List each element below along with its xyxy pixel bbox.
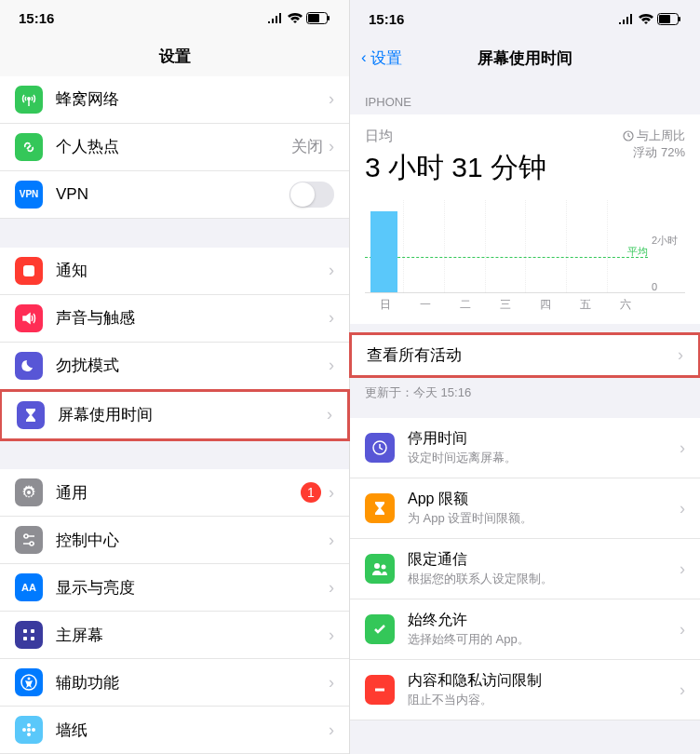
chevron-icon: › — [327, 405, 332, 424]
row-always-allowed[interactable]: 始终允许 选择始终可用的 App。 › — [350, 599, 700, 660]
status-indicators — [267, 12, 330, 24]
chevron-icon: › — [329, 531, 334, 550]
row-label: 通用 — [56, 482, 301, 504]
status-time: 15:16 — [369, 11, 404, 27]
row-label: 蜂窝网络 — [56, 88, 329, 110]
svg-rect-19 — [659, 15, 670, 23]
row-app-limits[interactable]: App 限额 为 App 设置时间限额。 › — [350, 478, 700, 539]
display-icon: AA — [15, 573, 43, 601]
svg-rect-20 — [679, 17, 680, 21]
row-label: 墙纸 — [56, 720, 329, 741]
vpn-icon: VPN — [15, 181, 43, 209]
svg-rect-10 — [31, 637, 34, 640]
svg-point-15 — [27, 733, 31, 736]
row-title: App 限额 — [408, 490, 680, 509]
chevron-icon: › — [329, 356, 334, 375]
row-display[interactable]: AA 显示与亮度 › — [0, 564, 349, 612]
svg-point-3 — [28, 98, 30, 100]
row-title: 内容和隐私访问限制 — [408, 671, 680, 691]
svg-point-5 — [24, 534, 28, 538]
hourglass-icon — [365, 493, 395, 523]
hourglass-icon — [17, 401, 45, 429]
people-icon — [365, 554, 395, 584]
chevron-icon: › — [680, 680, 685, 700]
row-view-all[interactable]: 查看所有活动 › — [349, 332, 700, 378]
usage-card: 日均 3 小时 31 分钟 与上周比 浮动 72% 平均 — [350, 114, 700, 324]
svg-point-16 — [22, 728, 26, 732]
clock-icon — [365, 433, 395, 463]
row-hotspot[interactable]: 个人热点 关闭 › — [0, 124, 349, 171]
svg-point-24 — [382, 565, 386, 570]
svg-rect-4 — [23, 265, 34, 276]
row-label: 辅助功能 — [56, 672, 329, 693]
avg-label: 日均 — [365, 128, 546, 145]
row-label: 勿扰模式 — [56, 355, 329, 376]
status-indicators — [618, 13, 681, 25]
row-sounds[interactable]: 声音与触感 › — [0, 295, 349, 343]
chevron-icon: › — [329, 483, 334, 503]
row-label: 声音与触感 — [56, 307, 329, 329]
row-title: 停用时间 — [408, 429, 680, 449]
vpn-toggle[interactable] — [289, 182, 334, 208]
svg-rect-7 — [23, 629, 27, 633]
gear-icon — [15, 478, 43, 506]
row-subtitle: 设定时间远离屏幕。 — [408, 450, 680, 466]
chevron-icon: › — [329, 720, 334, 740]
row-communication[interactable]: 限定通信 根据您的联系人设定限制。 › — [350, 539, 700, 599]
chevron-left-icon: ‹ — [361, 48, 367, 67]
page-title: 屏幕使用时间 — [478, 47, 572, 69]
no-entry-icon — [365, 675, 395, 705]
chevron-icon: › — [329, 578, 334, 598]
usage-chart: 平均 2小时 0 — [365, 200, 685, 293]
svg-point-6 — [30, 542, 34, 545]
row-cellular[interactable]: 蜂窝网络 › — [0, 76, 349, 124]
grid-icon — [15, 621, 43, 649]
row-subtitle: 根据您的联系人设定限制。 — [408, 571, 680, 587]
check-icon — [365, 614, 395, 644]
row-screentime[interactable]: 屏幕使用时间 › — [0, 389, 350, 441]
chevron-icon: › — [329, 89, 334, 109]
link-icon — [15, 133, 43, 161]
svg-rect-26 — [375, 689, 384, 692]
svg-point-17 — [32, 728, 35, 732]
moon-icon — [15, 352, 43, 380]
chevron-icon: › — [678, 345, 683, 365]
chevron-icon: › — [680, 620, 685, 640]
compare-label: 与上周比 — [637, 128, 685, 144]
row-control-center[interactable]: 控制中心 › — [0, 517, 349, 564]
row-downtime[interactable]: 停用时间 设定时间远离屏幕。 › — [350, 418, 700, 478]
row-label: 显示与亮度 — [56, 577, 329, 599]
row-label: 个人热点 — [56, 136, 291, 157]
row-label: 通知 — [56, 260, 329, 281]
chevron-icon: › — [329, 261, 334, 280]
section-header: IPHONE — [350, 78, 700, 114]
row-notifications[interactable]: 通知 › — [0, 248, 349, 295]
row-value: 关闭 — [291, 136, 323, 157]
chevron-icon: › — [329, 308, 334, 328]
chevron-icon: › — [329, 673, 334, 693]
row-title: 始终允许 — [408, 611, 680, 630]
row-title: 限定通信 — [408, 550, 680, 570]
row-wallpaper[interactable]: 墙纸 › — [0, 707, 349, 754]
row-vpn[interactable]: VPN VPN — [0, 171, 349, 219]
chevron-icon: › — [680, 438, 685, 458]
row-dnd[interactable]: 勿扰模式 › — [0, 343, 349, 390]
svg-point-13 — [27, 728, 31, 732]
chevron-icon: › — [329, 137, 334, 156]
speaker-icon — [15, 304, 43, 332]
row-content-privacy[interactable]: 内容和隐私访问限制 阻止不当内容。 › — [350, 660, 700, 720]
row-home[interactable]: 主屏幕 › — [0, 612, 349, 659]
row-accessibility[interactable]: 辅助功能 › — [0, 659, 349, 707]
avg-value: 3 小时 31 分钟 — [365, 149, 546, 187]
updated-note: 更新于：今天 15:16 — [350, 377, 700, 409]
row-subtitle: 选择始终可用的 App。 — [408, 631, 680, 648]
sliders-icon — [15, 526, 43, 554]
row-general[interactable]: 通用 1 › — [0, 469, 349, 517]
back-label: 设置 — [370, 47, 402, 69]
flower-icon — [15, 716, 43, 744]
row-label: 控制中心 — [56, 530, 329, 551]
back-button[interactable]: ‹ 设置 — [361, 47, 402, 69]
row-label: 主屏幕 — [56, 625, 329, 646]
svg-rect-8 — [31, 629, 34, 633]
row-label: 屏幕使用时间 — [58, 404, 327, 425]
